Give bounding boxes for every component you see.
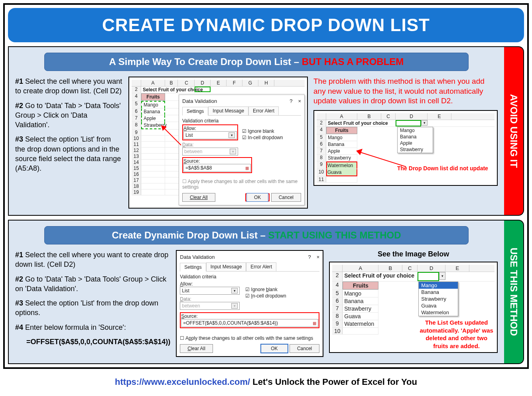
allow-dropdown[interactable]: List▾ (183, 131, 237, 139)
cell-label: Select Fruit of your choice (343, 272, 418, 281)
fruit-cell: Strawberry (343, 305, 378, 312)
fruit-cell: Mango (141, 101, 165, 108)
cell-label: Select Fruit of your choice (326, 120, 396, 126)
source-value: =$A$5:$A$8 (185, 165, 212, 171)
side-tab-use: USE THIS METHOD (504, 220, 524, 364)
fruit-cell-new: Watermelon (326, 162, 357, 169)
dropdown-button[interactable]: ▾ (421, 120, 428, 126)
fruit-cell: Strawberry (141, 122, 165, 129)
dialog-title-text: Data Validation (182, 98, 217, 104)
ok-button[interactable]: OK (260, 344, 288, 353)
range-picker-icon[interactable]: ▦ (313, 321, 316, 325)
dropdown-item[interactable]: Banana (398, 134, 433, 140)
dropdown-item[interactable]: Watermelon (419, 309, 458, 316)
section2-header-go: START USING THIS METHOD (268, 230, 401, 240)
help-icon[interactable]: ? (308, 254, 311, 260)
fruit-cell: Strawberry (326, 155, 357, 161)
col-header: A (343, 265, 378, 272)
selected-cell[interactable] (396, 120, 421, 126)
dropdown-item-selected[interactable]: Mango (419, 282, 458, 289)
step-text: Select the option 'List' from the drop d… (15, 299, 158, 317)
excel-screenshot-1: AB 2Select Fruit of your choice 4Fruits … (128, 77, 308, 209)
tab-input-message[interactable]: Input Message (206, 262, 246, 271)
apply-all-checkbox[interactable]: ☐ Apply these changes to all other cells… (180, 335, 319, 341)
section1-steps: #1 Select the cell where you want to cre… (15, 77, 123, 178)
close-icon[interactable]: × (317, 254, 320, 260)
col-header: E (445, 265, 469, 272)
tab-error-alert[interactable]: Error Alert (248, 106, 279, 115)
cancel-button[interactable]: Cancel (290, 344, 319, 353)
dialog-tabs: Settings Input Message Error Alert (180, 262, 319, 272)
footer-tagline: Let's Unlock the Power of Excel for You (250, 377, 417, 387)
source-input[interactable]: =$A$5:$A$8▦ (183, 164, 251, 172)
step-text: Select the option 'List' from the drop d… (15, 135, 121, 172)
dropdown-button[interactable]: ▾ (439, 272, 445, 280)
section-use: Create Dynamic Drop Down List – START US… (8, 220, 524, 364)
clear-all-button[interactable]: Clear All (182, 193, 215, 202)
step-text: Enter below formula in 'Source': (23, 323, 126, 331)
incell-dropdown-checkbox[interactable]: ☑ In-cell dropdown (242, 135, 283, 140)
selected-cell[interactable] (418, 272, 439, 281)
fruit-cell: Mango (343, 290, 378, 297)
step-text: Select the cell where you want to create… (15, 77, 122, 95)
data-value: between (184, 149, 202, 154)
ignore-blank-checkbox[interactable]: ☑ Ignore blank (242, 128, 283, 134)
dropdown-item[interactable]: Strawberry (398, 146, 433, 153)
section1-header-warn: BUT HAS A PROBLEM (302, 56, 404, 67)
tab-error-alert[interactable]: Error Alert (246, 262, 276, 271)
tab-settings[interactable]: Settings (180, 263, 206, 272)
dropdown-item[interactable]: Guava (419, 302, 458, 309)
side-tab-avoid: AVOID USING IT (504, 46, 524, 216)
result-note: The List Gets updated automatically. 'Ap… (418, 319, 495, 350)
result-note: The Drop Down list did not update (397, 165, 488, 171)
clear-all-button[interactable]: Clear All (180, 344, 213, 353)
step-num: #1 (15, 251, 23, 259)
section1-header: A Simple Way To Create Drop Down List – … (44, 53, 469, 71)
footer-link[interactable]: https://www.excelunlocked.com/ (115, 377, 250, 387)
excel-result-1: ABCDE 2Select Fruit of your choice▾ 4Fru… (313, 110, 498, 186)
fruit-cell: Watermelon (343, 320, 378, 327)
section2-right: See the Image Below ABCDE 2Select Fruit … (329, 250, 498, 353)
tab-settings[interactable]: Settings (182, 107, 208, 116)
col-header: C (402, 265, 418, 272)
source-label: ource: (187, 158, 200, 164)
col-header: G (242, 80, 258, 86)
cancel-button[interactable]: Cancel (271, 193, 301, 202)
col-header: E (428, 113, 451, 120)
allow-label: llow: (183, 281, 193, 287)
incell-dropdown-checkbox[interactable]: ☑ In-cell dropdown (245, 293, 286, 299)
dropdown-item[interactable]: Banana (419, 289, 458, 296)
help-icon[interactable]: ? (290, 98, 292, 104)
ok-button[interactable]: OK (246, 193, 268, 202)
selected-cell-d2[interactable] (195, 87, 211, 92)
step-num: #4 (15, 323, 23, 331)
step-num: #2 (15, 275, 23, 283)
fruit-cell: Banana (326, 141, 357, 148)
formula-text: =OFFSET($A$5,0,0,COUNTA($A$5:$A$14)) (26, 337, 170, 347)
source-label: ource: (184, 313, 197, 319)
criteria-label: Validation criteria (180, 274, 319, 280)
data-label: ata: (186, 142, 194, 148)
fruits-header-cell: Fruits (326, 127, 357, 134)
fruit-cell: Apple (141, 115, 165, 122)
col-header: H (258, 80, 274, 86)
section1-content: A Simple Way To Create Drop Down List – … (8, 46, 505, 216)
range-picker-icon[interactable]: ▦ (245, 166, 249, 170)
tab-input-message[interactable]: Input Message (208, 106, 248, 115)
section2-content: Create Dynamic Drop Down List – START US… (8, 220, 505, 364)
close-icon[interactable]: × (298, 98, 301, 104)
dropdown-item[interactable]: Mango (398, 127, 433, 134)
ignore-blank-checkbox[interactable]: ☑ Ignore blank (245, 287, 286, 292)
dropdown-item[interactable]: Strawberry (419, 296, 458, 302)
col-header: D (396, 113, 428, 120)
data-dropdown: between▾ (182, 148, 238, 156)
source-value: =OFFSET($A$5,0,0,COUNTA($A$5:$A$14)) (183, 320, 278, 326)
data-validation-dialog-2: Data Validation?× Settings Input Message… (177, 251, 323, 356)
fruit-cell-new: Guava (326, 169, 357, 176)
footer: https://www.excelunlocked.com/ Let's Unl… (0, 372, 532, 389)
dropdown-item[interactable]: Apple (398, 140, 433, 146)
section1-right: The problem with this method is that whe… (313, 77, 498, 186)
allow-dropdown[interactable]: List▾ (180, 287, 240, 295)
source-input[interactable]: =OFFSET($A$5,0,0,COUNTA($A$5:$A$14))▦ (181, 319, 318, 327)
fruits-header-cell: Fruits (141, 93, 165, 100)
